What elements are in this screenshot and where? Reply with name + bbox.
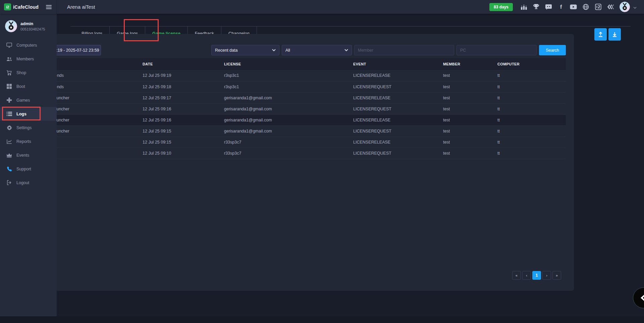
cell-event: LICENSERELEASE (351, 70, 441, 81)
chevron-left-icon (641, 294, 644, 302)
table-row[interactable]: Epic Games Launcher 12 Jul 25 09:15 geri… (26, 125, 566, 137)
cell-event: LICENSERELEASE (351, 92, 441, 103)
crown-icon (6, 152, 12, 158)
filter-bar: 2025-07-11 09:19 - 2025-07-12 23:59 Rece… (26, 45, 566, 55)
chart-icon (6, 139, 12, 144)
pagination-page-1-button[interactable]: 1 (532, 271, 541, 280)
sidebar-item-support[interactable]: Support (0, 162, 57, 176)
cell-date: 12 Jul 25 09:17 (141, 92, 222, 103)
sidebar-item-computers[interactable]: Computers (0, 38, 57, 52)
sidebar-item-label: Boot (16, 84, 25, 89)
pagination-last-button[interactable]: » (552, 271, 561, 280)
cell-license: gerisaranda1@gmail.com (222, 103, 351, 114)
facebook-icon[interactable]: f (557, 3, 565, 10)
license-log-table: GAME DATE LICENSE EVENT MEMBER COMPUTER … (26, 58, 566, 159)
cell-event: LICENSEREQUEST (351, 103, 441, 114)
windows-icon (6, 84, 12, 89)
member-input[interactable] (354, 45, 454, 55)
app-logo-text: iCafeCloud (13, 4, 39, 10)
sidebar-item-members[interactable]: Members (0, 52, 57, 66)
license-days-badge[interactable]: 83 days (489, 3, 513, 11)
table-header-row: GAME DATE LICENSE EVENT MEMBER COMPUTER (26, 58, 566, 70)
sidebar-item-logs[interactable]: Logs (0, 107, 57, 121)
pagination-prev-button[interactable]: ‹ (522, 271, 531, 280)
user-block[interactable]: admin 005193482475 (0, 14, 57, 38)
cell-license: gerisaranda1@gmail.com (222, 125, 351, 137)
download-button[interactable] (608, 28, 621, 41)
cell-computer: tt (495, 137, 566, 148)
app-logo[interactable]: i2 iCafeCloud (4, 3, 39, 10)
sidebar-item-label: Computers (16, 43, 37, 48)
table-row[interactable]: Epic Games Launcher 12 Jul 25 09:17 geri… (26, 92, 566, 103)
pagination-first-button[interactable]: « (512, 271, 521, 280)
sidebar-item-boot[interactable]: Boot (0, 79, 57, 93)
discord-icon[interactable] (545, 3, 552, 10)
topbar-actions: 83 days f (489, 2, 644, 12)
cell-computer: tt (495, 125, 566, 137)
sidebar-item-label: Shop (16, 70, 26, 75)
right-filters: Recent data All Search (211, 45, 566, 55)
globe-icon[interactable] (582, 3, 589, 10)
cell-date: 12 Jul 25 09:15 (141, 137, 222, 148)
youtube-icon[interactable] (570, 3, 577, 10)
table-row[interactable]: Epic Games Launcher 12 Jul 25 09:16 geri… (26, 103, 566, 114)
cell-member: test (441, 92, 495, 103)
cell-event: LICENSERELEASE (351, 137, 441, 148)
hamburger-icon[interactable] (46, 5, 52, 9)
sidebar-item-label: Games (16, 98, 30, 103)
sidebar-item-label: Logs (16, 112, 26, 116)
sidebar-item-events[interactable]: Events (0, 148, 57, 162)
sidebar-item-settings[interactable]: Settings (0, 121, 57, 134)
search-button[interactable]: Search (539, 45, 566, 55)
sidebar-item-label: Reports (16, 139, 31, 144)
cell-member: test (441, 103, 495, 114)
brand-icon[interactable] (607, 3, 614, 10)
cell-event: LICENSEREQUEST (351, 125, 441, 137)
cell-computer: tt (495, 114, 566, 125)
table-row[interactable]: Steam 12 Jul 25 09:10 r33sp3c7 LICENSERE… (26, 148, 566, 159)
event-type-select[interactable]: All (282, 45, 352, 55)
cell-date: 12 Jul 25 09:18 (141, 81, 222, 92)
chevron-down-icon[interactable] (633, 4, 637, 10)
table-row[interactable]: Steam 12 Jul 25 09:15 r33sp3c7 LICENSERE… (26, 137, 566, 148)
avatar[interactable] (620, 2, 630, 12)
trophy-icon[interactable] (533, 3, 540, 10)
page-title: Arena aiTest (67, 4, 95, 10)
upload-button[interactable] (594, 28, 607, 41)
logout-icon (6, 180, 12, 185)
cell-date: 12 Jul 25 09:15 (141, 125, 222, 137)
column-header-member: MEMBER (441, 58, 495, 70)
sidebar-item-reports[interactable]: Reports (0, 134, 57, 148)
footer-band (0, 316, 644, 323)
cell-computer: tt (495, 92, 566, 103)
pc-input[interactable] (457, 45, 537, 55)
cell-license: r3sp3c1 (222, 70, 351, 81)
sidebar-item-label: Support (16, 167, 31, 171)
data-range-select[interactable]: Recent data (211, 45, 279, 55)
sidebar-item-logout[interactable]: Logout (0, 176, 57, 190)
table-row[interactable]: League of Legends 12 Jul 25 09:19 r3sp3c… (26, 70, 566, 81)
sidebar-item-shop[interactable]: Shop (0, 66, 57, 79)
topbar: i2 iCafeCloud Arena aiTest 83 days f (0, 0, 644, 14)
cell-computer: tt (495, 103, 566, 114)
data-range-select-value: Recent data (215, 48, 237, 53)
table-row[interactable]: League of Legends 12 Jul 25 09:18 r3sp3c… (26, 81, 566, 92)
list-icon (6, 111, 12, 117)
cart-icon (6, 70, 12, 75)
icafecloud-logo-icon: i2 (4, 3, 11, 10)
icafecloud-icon[interactable] (595, 3, 602, 10)
pagination-next-button[interactable]: › (542, 271, 551, 280)
cell-member: test (441, 70, 495, 81)
cell-member: test (441, 114, 495, 125)
table-row[interactable]: Epic Games Launcher 12 Jul 25 09:16 geri… (26, 114, 566, 125)
gear-icon (6, 125, 12, 130)
event-type-select-value: All (285, 48, 290, 53)
sidebar-item-label: Settings (16, 125, 32, 130)
cell-event: LICENSEREQUEST (351, 148, 441, 159)
sidebar-item-games[interactable]: Games (0, 93, 57, 107)
cell-license: gerisaranda1@gmail.com (222, 114, 351, 125)
cell-event: LICENSEREQUEST (351, 81, 441, 92)
cell-license: r33sp3c7 (222, 148, 351, 159)
cell-computer: tt (495, 70, 566, 81)
ranking-icon[interactable] (520, 3, 527, 10)
